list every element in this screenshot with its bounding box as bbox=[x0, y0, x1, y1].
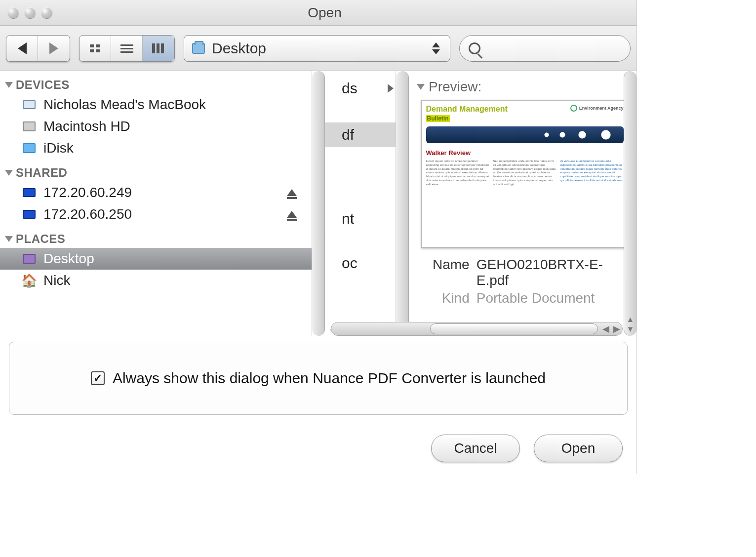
sidebar-item-net-1[interactable]: 172.20.60.249 bbox=[0, 182, 312, 203]
scrollbar-thumb[interactable] bbox=[430, 323, 598, 334]
sidebar-group-devices[interactable]: DEVICES bbox=[0, 71, 312, 94]
file-name-fragment: nt bbox=[342, 210, 354, 227]
thumb-banner-graphic bbox=[426, 126, 624, 143]
meta-value-name: GEHO0210BRTX-E-E.pdf bbox=[477, 257, 617, 288]
sidebar-item-desktop[interactable]: Desktop bbox=[0, 248, 312, 270]
desktop-icon bbox=[22, 252, 37, 265]
column-view-icon bbox=[152, 43, 165, 53]
stepper-icon bbox=[428, 36, 444, 61]
disclosure-icon bbox=[5, 236, 13, 242]
always-show-checkbox[interactable]: ✓ bbox=[91, 371, 105, 385]
eject-icon[interactable] bbox=[287, 189, 297, 196]
preview-label: Preview: bbox=[429, 79, 481, 95]
grid-view-icon bbox=[89, 43, 102, 53]
location-popup[interactable]: Desktop bbox=[184, 35, 450, 62]
nav-segment bbox=[6, 35, 70, 62]
sidebar-item-label: Desktop bbox=[43, 251, 94, 267]
column-scrollbar[interactable] bbox=[312, 71, 325, 336]
column-scrollbar[interactable] bbox=[396, 71, 409, 336]
file-row[interactable]: oc bbox=[325, 251, 396, 276]
disclosure-icon bbox=[5, 170, 13, 176]
preview-header[interactable]: Preview: bbox=[418, 71, 632, 100]
arrow-right-icon bbox=[49, 42, 58, 54]
dialog-buttons: Cancel Open bbox=[431, 435, 623, 462]
sidebar-group-places[interactable]: PLACES bbox=[0, 225, 312, 248]
network-icon bbox=[22, 186, 37, 199]
minimize-icon[interactable] bbox=[25, 7, 36, 18]
folder-icon bbox=[192, 43, 205, 54]
sidebar-item-home[interactable]: 🏠 Nick bbox=[0, 270, 312, 291]
disclosure-icon bbox=[5, 82, 13, 88]
sidebar-item-label: iDisk bbox=[43, 140, 74, 156]
file-row[interactable]: ds bbox=[325, 76, 396, 101]
preview-column: Preview: Demand Management Bulletin Envi… bbox=[396, 71, 637, 336]
idisk-icon bbox=[22, 142, 37, 155]
titlebar: Open bbox=[0, 0, 637, 26]
cancel-label: Cancel bbox=[454, 440, 497, 456]
meta-value-kind: Portable Document bbox=[477, 290, 617, 306]
close-icon[interactable] bbox=[8, 7, 19, 18]
file-row-selected[interactable]: df bbox=[325, 122, 396, 147]
meta-key-kind: Kind bbox=[433, 290, 470, 306]
view-icon-button[interactable] bbox=[80, 36, 111, 61]
hdd-icon bbox=[22, 120, 37, 133]
thumb-title-1: Demand Management bbox=[426, 105, 508, 114]
thumb-body: Lorem ipsum dolor sit amet consectetur a… bbox=[426, 159, 624, 243]
meta-key-name: Name bbox=[433, 257, 470, 288]
preview-metadata: Name GEHO0210BRTX-E-E.pdf Kind Portable … bbox=[418, 248, 632, 306]
chevron-right-icon bbox=[388, 84, 394, 93]
thumb-headline: Walker Review bbox=[426, 149, 624, 157]
sidebar-item-net-2[interactable]: 172.20.60.250 bbox=[0, 203, 312, 225]
group-label: PLACES bbox=[16, 232, 65, 246]
sidebar-item-idisk[interactable]: iDisk bbox=[0, 137, 312, 159]
horizontal-scrollbar[interactable]: ◀▶ bbox=[331, 322, 623, 336]
sidebar-item-label: Nick bbox=[43, 273, 70, 288]
network-icon bbox=[22, 208, 37, 221]
open-label: Open bbox=[561, 440, 596, 456]
sidebar-item-label: Nicholas Mead's MacBook bbox=[43, 97, 206, 113]
file-row[interactable]: nt bbox=[325, 206, 396, 231]
list-view-icon bbox=[120, 43, 133, 53]
zoom-icon[interactable] bbox=[41, 7, 52, 18]
home-icon: 🏠 bbox=[22, 274, 37, 287]
view-column-button[interactable] bbox=[143, 36, 174, 61]
always-show-label: Always show this dialog when Nuance PDF … bbox=[113, 370, 546, 387]
macbook-icon bbox=[22, 98, 37, 111]
sidebar-item-label: 172.20.60.250 bbox=[43, 206, 132, 222]
toolbar: Desktop bbox=[0, 26, 637, 71]
open-dialog-window: Open Desktop DEVICES bbox=[0, 0, 637, 474]
sidebar-group-shared[interactable]: SHARED bbox=[0, 159, 312, 182]
search-icon bbox=[469, 42, 480, 54]
sidebar-item-hdd[interactable]: Macintosh HD bbox=[0, 116, 312, 137]
file-name-fragment: ds bbox=[342, 80, 358, 97]
browser-body: DEVICES Nicholas Mead's MacBook Macintos… bbox=[0, 71, 637, 336]
arrow-left-icon bbox=[18, 42, 27, 54]
search-field[interactable] bbox=[459, 35, 631, 62]
preview-thumbnail[interactable]: Demand Management Bulletin Environment A… bbox=[421, 100, 629, 248]
sidebar: DEVICES Nicholas Mead's MacBook Macintos… bbox=[0, 71, 312, 336]
cancel-button[interactable]: Cancel bbox=[431, 435, 520, 462]
group-label: DEVICES bbox=[16, 78, 70, 92]
sidebar-item-label: Macintosh HD bbox=[43, 119, 130, 134]
traffic-lights bbox=[0, 7, 52, 18]
sidebar-item-macbook[interactable]: Nicholas Mead's MacBook bbox=[0, 94, 312, 116]
file-name-fragment: df bbox=[342, 126, 354, 143]
options-bar: ✓ Always show this dialog when Nuance PD… bbox=[9, 342, 628, 415]
view-segment bbox=[79, 35, 175, 62]
forward-button[interactable] bbox=[38, 36, 70, 61]
location-label: Desktop bbox=[212, 40, 266, 57]
eject-icon[interactable] bbox=[287, 211, 297, 218]
sidebar-item-label: 172.20.60.249 bbox=[43, 185, 132, 200]
window-title: Open bbox=[52, 5, 637, 21]
back-button[interactable] bbox=[6, 36, 38, 61]
view-list-button[interactable] bbox=[111, 36, 143, 61]
file-name-fragment: oc bbox=[342, 255, 358, 272]
thumb-logo: Environment Agency bbox=[570, 105, 624, 112]
file-column: ds df nt oc ▲▼|| bbox=[312, 71, 396, 336]
open-button[interactable]: Open bbox=[534, 435, 623, 462]
search-input[interactable] bbox=[485, 41, 621, 55]
preview-scrollbar[interactable]: ▲▼ bbox=[624, 71, 637, 336]
thumb-title-2: Bulletin bbox=[426, 115, 450, 122]
group-label: SHARED bbox=[16, 166, 67, 180]
disclosure-icon bbox=[417, 84, 425, 90]
